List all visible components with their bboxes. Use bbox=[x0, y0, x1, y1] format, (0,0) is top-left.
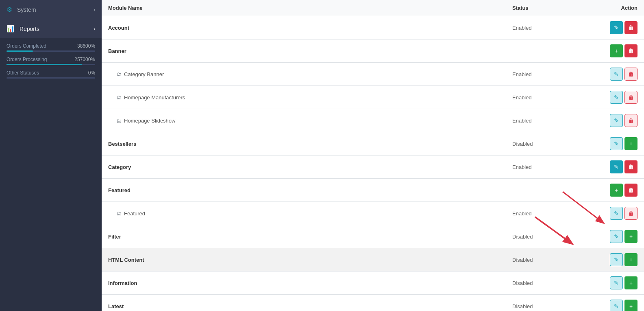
action-buttons-group: ✎🗑 bbox=[602, 91, 637, 104]
delete-button[interactable]: 🗑 bbox=[624, 114, 637, 127]
reports-stats-panel: Orders Completed 38600% Orders Processin… bbox=[0, 38, 102, 88]
action-buttons-group: ✎+ bbox=[602, 230, 637, 243]
module-name-cell: 🗂Featured bbox=[102, 202, 506, 225]
stat-row-other-statuses: Other Statuses 0% bbox=[7, 70, 95, 79]
edit-button[interactable]: ✎ bbox=[610, 68, 623, 81]
stat-label-orders-completed: Orders Completed bbox=[7, 43, 46, 49]
edit-button[interactable]: ✎ bbox=[610, 137, 623, 150]
module-status-cell: Disabled bbox=[506, 272, 595, 295]
edit-button[interactable]: ✎ bbox=[610, 230, 623, 243]
sidebar-reports-label: Reports bbox=[20, 26, 39, 32]
add-button[interactable]: + bbox=[624, 253, 637, 266]
module-name-cell: Information bbox=[102, 272, 506, 295]
chart-icon: 📊 bbox=[7, 25, 15, 32]
table-row: Banner+🗑 bbox=[102, 39, 644, 63]
delete-button[interactable]: 🗑 bbox=[624, 21, 637, 34]
module-name-cell: Category bbox=[102, 156, 506, 179]
edit-button[interactable]: ✎ bbox=[610, 253, 623, 266]
delete-button[interactable]: 🗑 bbox=[624, 68, 637, 81]
table-row: CategoryEnabled✎🗑 bbox=[102, 156, 644, 179]
stat-value-orders-processing: 257000% bbox=[74, 57, 95, 62]
module-name-cell: Latest bbox=[102, 295, 506, 311]
table-row: InformationDisabled✎+ bbox=[102, 272, 644, 295]
table-row: BestsellersDisabled✎+ bbox=[102, 132, 644, 156]
module-name-cell: HTML Content bbox=[102, 248, 506, 272]
module-action-cell: +🗑 bbox=[595, 179, 644, 202]
table-row: LatestDisabled✎+ bbox=[102, 295, 644, 311]
edit-button[interactable]: ✎ bbox=[610, 160, 623, 173]
module-status-cell: Enabled bbox=[506, 202, 595, 225]
column-header-action: Action bbox=[595, 0, 644, 16]
module-action-cell: ✎🗑 bbox=[595, 63, 644, 86]
stat-label-other-statuses: Other Statuses bbox=[7, 70, 39, 76]
add-button[interactable]: + bbox=[610, 184, 623, 197]
modules-table: Module Name Status Action AccountEnabled… bbox=[102, 0, 644, 311]
add-button[interactable]: + bbox=[610, 44, 623, 57]
module-name-cell: 🗂Homepage Slideshow bbox=[102, 109, 506, 132]
module-action-cell: ✎+ bbox=[595, 295, 644, 311]
stat-value-other-statuses: 0% bbox=[88, 70, 95, 76]
module-name-cell: 🗂Category Banner bbox=[102, 63, 506, 86]
add-button[interactable]: + bbox=[624, 300, 637, 311]
edit-button[interactable]: ✎ bbox=[610, 21, 623, 34]
stat-row-orders-processing: Orders Processing 257000% bbox=[7, 57, 95, 65]
module-name-cell: Featured bbox=[102, 179, 506, 202]
module-status-cell: Disabled bbox=[506, 295, 595, 311]
action-buttons-group: ✎🗑 bbox=[602, 68, 637, 81]
stat-value-orders-completed: 38600% bbox=[77, 43, 95, 49]
module-name-cell: Banner bbox=[102, 39, 506, 63]
module-status-cell: Enabled bbox=[506, 156, 595, 179]
module-name-cell: Filter bbox=[102, 225, 506, 248]
delete-button[interactable]: 🗑 bbox=[624, 160, 637, 173]
module-name-cell: Account bbox=[102, 16, 506, 39]
module-action-cell: ✎+ bbox=[595, 248, 644, 272]
module-status-cell: Disabled bbox=[506, 225, 595, 248]
delete-button[interactable]: 🗑 bbox=[624, 91, 637, 104]
chevron-right-icon: › bbox=[94, 7, 95, 13]
action-buttons-group: ✎+ bbox=[602, 276, 637, 289]
module-status-cell bbox=[506, 39, 595, 63]
stat-bar-bg-orders-completed bbox=[7, 50, 95, 52]
module-status-cell: Disabled bbox=[506, 132, 595, 156]
edit-button[interactable]: ✎ bbox=[610, 207, 623, 220]
module-action-cell: +🗑 bbox=[595, 39, 644, 63]
stat-row-orders-completed: Orders Completed 38600% bbox=[7, 43, 95, 52]
edit-button[interactable]: ✎ bbox=[610, 276, 623, 289]
table-row: HTML ContentDisabled✎+ bbox=[102, 248, 644, 272]
add-button[interactable]: + bbox=[624, 276, 637, 289]
module-action-cell: ✎🗑 bbox=[595, 16, 644, 39]
module-status-cell bbox=[506, 179, 595, 202]
delete-button[interactable]: 🗑 bbox=[624, 207, 637, 220]
delete-button[interactable]: 🗑 bbox=[624, 184, 637, 197]
module-name-cell: 🗂Homepage Manufacturers bbox=[102, 86, 506, 109]
column-header-module-name: Module Name bbox=[102, 0, 506, 16]
action-buttons-group: +🗑 bbox=[602, 44, 637, 57]
gear-icon: ⚙ bbox=[7, 6, 12, 13]
module-action-cell: ✎🗑 bbox=[595, 156, 644, 179]
sidebar: ⚙ System › 📊 Reports › Orders Completed … bbox=[0, 0, 102, 311]
action-buttons-group: ✎+ bbox=[602, 253, 637, 266]
stat-bar-orders-completed bbox=[7, 50, 33, 52]
stat-label-orders-processing: Orders Processing bbox=[7, 57, 47, 62]
table-row: FilterDisabled✎+ bbox=[102, 225, 644, 248]
add-button[interactable]: + bbox=[624, 137, 637, 150]
folder-icon: 🗂 bbox=[116, 118, 122, 124]
action-buttons-group: ✎🗑 bbox=[602, 160, 637, 173]
action-buttons-group: +🗑 bbox=[602, 184, 637, 197]
add-button[interactable]: + bbox=[624, 230, 637, 243]
action-buttons-group: ✎🗑 bbox=[602, 114, 637, 127]
main-content: Module Name Status Action AccountEnabled… bbox=[102, 0, 644, 311]
table-row: 🗂Category BannerEnabled✎🗑 bbox=[102, 63, 644, 86]
folder-icon: 🗂 bbox=[116, 94, 122, 101]
sidebar-item-reports[interactable]: 📊 Reports › bbox=[0, 19, 102, 38]
edit-button[interactable]: ✎ bbox=[610, 114, 623, 127]
module-action-cell: ✎🗑 bbox=[595, 86, 644, 109]
delete-button[interactable]: 🗑 bbox=[624, 44, 637, 57]
module-name-cell: Bestsellers bbox=[102, 132, 506, 156]
edit-button[interactable]: ✎ bbox=[610, 91, 623, 104]
edit-button[interactable]: ✎ bbox=[610, 300, 623, 311]
action-buttons-group: ✎+ bbox=[602, 300, 637, 311]
action-buttons-group: ✎🗑 bbox=[602, 21, 637, 34]
module-status-cell: Disabled bbox=[506, 248, 595, 272]
sidebar-item-system[interactable]: ⚙ System › bbox=[0, 0, 102, 19]
